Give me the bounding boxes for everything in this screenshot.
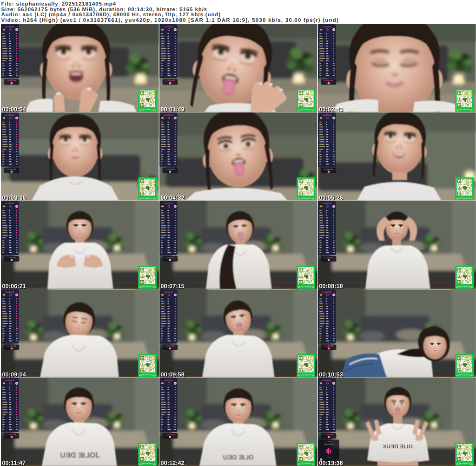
svg-text:Responding to: Responding to bbox=[324, 443, 334, 445]
svg-text:MV01: MV01 bbox=[327, 457, 331, 459]
svg-text:LOVENSE: LOVENSE bbox=[325, 441, 333, 443]
svg-text:OLIE DEU: OLIE DEU bbox=[223, 453, 254, 461]
svg-text:Audio: aac (LC) (mp4a / 0x6134: Audio: aac (LC) (mp4a / 0x6134706D), 480… bbox=[1, 12, 221, 18]
svg-text:File: stephaniesally_202512181: File: stephaniesally_202512181405.mp4 bbox=[1, 1, 117, 7]
svg-text:Video: h264 (High) (avc1 / 0x3: Video: h264 (High) (avc1 / 0x31637661), … bbox=[1, 18, 339, 23]
svg-text:OLIE DEUX: OLIE DEUX bbox=[383, 443, 413, 450]
svg-text:Size: 562062175 bytes (536 MiB: Size: 562062175 bytes (536 MiB), duratio… bbox=[1, 7, 208, 13]
svg-text:JOLIE DEU: JOLIE DEU bbox=[60, 452, 99, 459]
